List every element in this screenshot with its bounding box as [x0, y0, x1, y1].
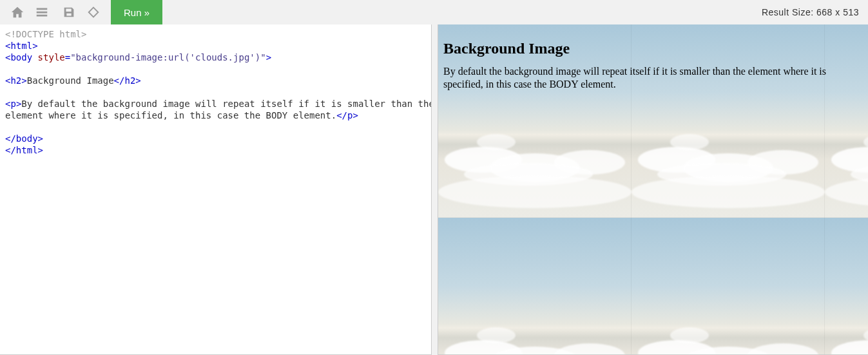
- code-token: >: [38, 133, 43, 144]
- code-token: </: [114, 75, 125, 86]
- code-token: h2: [124, 75, 135, 86]
- preview-heading: Background Image: [443, 40, 863, 57]
- code-token: </: [5, 145, 16, 155]
- code-token: html: [16, 145, 38, 155]
- code-editor[interactable]: <!DOCTYPE html> <html> <body style="back…: [0, 24, 432, 355]
- result-size-value: 668 x 513: [816, 7, 859, 17]
- toolbar: Run » Result Size: 668 x 513: [0, 0, 868, 24]
- preview-pane: Background Image By default the backgrou…: [438, 24, 868, 355]
- run-button[interactable]: Run »: [111, 0, 162, 24]
- code-token: Background Image: [27, 75, 114, 86]
- code-token: >: [266, 52, 271, 62]
- code-token: >: [135, 75, 140, 86]
- result-size-label: Result Size: 668 x 513: [762, 7, 863, 17]
- code-token: [32, 52, 37, 62]
- code-token: </: [5, 133, 16, 144]
- code-token: By default the background image will rep…: [5, 99, 432, 120]
- save-icon[interactable]: [57, 0, 81, 24]
- code-token: style: [38, 52, 65, 62]
- menu-icon[interactable]: [30, 0, 54, 24]
- rotate-icon[interactable]: [81, 0, 106, 24]
- code-token: >: [352, 110, 358, 120]
- code-token: h2: [10, 75, 21, 86]
- code-token: "background-image:url('clouds.jpg')": [70, 52, 265, 62]
- code-token: html: [10, 41, 32, 51]
- code-token: body: [16, 133, 38, 144]
- home-icon[interactable]: [5, 0, 30, 24]
- code-token: =: [65, 52, 70, 62]
- pane-splitter[interactable]: [432, 24, 438, 355]
- code-token: body: [10, 52, 32, 62]
- code-token: <!DOCTYPE html>: [5, 29, 86, 39]
- code-token: p: [10, 99, 15, 109]
- result-size-text: Result Size:: [762, 7, 814, 17]
- preview-content: Background Image By default the backgrou…: [438, 24, 868, 354]
- code-token: </: [336, 110, 347, 120]
- code-token: >: [32, 41, 37, 51]
- panes: <!DOCTYPE html> <html> <body style="back…: [0, 24, 868, 355]
- preview-paragraph: By default the background image will rep…: [443, 65, 863, 91]
- code-token: >: [38, 145, 43, 155]
- code-token: >: [21, 75, 26, 86]
